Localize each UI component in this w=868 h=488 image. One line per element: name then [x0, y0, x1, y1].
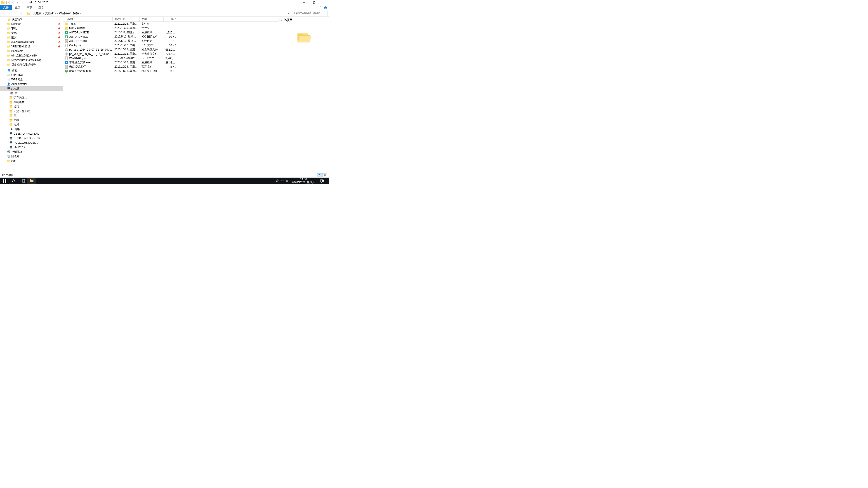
volume-icon[interactable]: 🔊: [275, 180, 279, 183]
sidebar-item[interactable]: 🗂️音乐: [0, 123, 63, 127]
folder-icon[interactable]: [26, 11, 31, 16]
ime-icon[interactable]: 中: [281, 179, 284, 183]
file-row[interactable]: 本地硬盘安装.exe2020/10/12, 星期一 1...应用程序28,315…: [63, 60, 278, 65]
file-row[interactable]: pe_yqs_1064_20_07_31_16_04.iso2020/10/12…: [63, 47, 278, 52]
system-tray: ˄ 🔊 中 ✉ 14:40 2020/12/26, 星期六 3: [272, 177, 329, 184]
sidebar-item-quick-access[interactable]: ⭐ 快速访问: [0, 17, 63, 22]
sidebar-item[interactable]: 📁下载📌: [0, 26, 63, 31]
file-row[interactable]: e硬盘安装教程.html2016/11/21, 星期一 2...360 se H…: [63, 69, 278, 73]
delete-icon[interactable]: [11, 0, 15, 4]
sidebar-item[interactable]: 🖥️DESKTOP-LSSOEDP: [0, 136, 63, 140]
file-row[interactable]: Tools2020/12/26, 星期六 1...文件夹: [63, 22, 278, 26]
file-row[interactable]: AUTORUN.EXE2016/1/8, 星期五 04:...应用程序1,926…: [63, 30, 278, 35]
file-rows[interactable]: Tools2020/12/26, 星期六 1...文件夹U盘安装教程2020/1…: [63, 22, 278, 173]
sidebar-item-control-panel[interactable]: 🛠️控制面板: [0, 150, 63, 154]
up-button[interactable]: ↑: [19, 11, 24, 16]
start-button[interactable]: [0, 177, 9, 184]
crumb-drive[interactable]: 文档 (E:): [44, 11, 57, 16]
sidebar-item[interactable]: 📁win10重装64位win10: [0, 53, 63, 58]
svg-rect-45: [30, 180, 31, 180]
minimize-button[interactable]: [299, 0, 309, 5]
sidebar-item-software[interactable]: 📁软件: [0, 159, 63, 163]
file-row[interactable]: pe_yqs_xp_20_07_31_15_53.iso2020/10/12, …: [63, 52, 278, 56]
qat-dropdown-icon[interactable]: ▼: [21, 0, 25, 4]
help-icon[interactable]: ?: [323, 5, 328, 10]
file-row[interactable]: 光盘说明.TXT2016/10/23, 星期日 0...TXT 文件5 KB: [63, 65, 278, 69]
breadcrumb[interactable]: › 此电脑 › 文档 (E:) › Win10x64_2020 › ˅: [25, 11, 285, 16]
chevron-right-icon[interactable]: ›: [42, 12, 44, 15]
refresh-button[interactable]: ⟳: [285, 11, 290, 16]
file-name: U盘安装教程: [63, 26, 113, 30]
tab-home[interactable]: 主页: [12, 5, 24, 10]
chevron-right-icon[interactable]: ›: [31, 12, 33, 15]
sidebar-item[interactable]: 🖥️ZMT2019: [0, 145, 63, 150]
library-icon: 📚: [10, 91, 13, 95]
crumb-folder[interactable]: Win10x64_2020: [58, 11, 80, 16]
sidebar-item-this-pc[interactable]: 🖥️此电脑: [0, 86, 63, 91]
close-button[interactable]: [319, 0, 329, 5]
sidebar-item[interactable]: 📁Desktop📌: [0, 22, 63, 26]
sidebar-item-network[interactable]: 🖧网络: [0, 127, 63, 131]
search-input[interactable]: 搜索"Win10x64_2020": [291, 11, 328, 16]
column-type[interactable]: 类型: [140, 17, 164, 22]
ribbon-expand-icon[interactable]: ˅: [317, 5, 323, 10]
file-row[interactable]: Win10x64.gho2019/9/7, 星期六 19:...GHO 文件3,…: [63, 56, 278, 60]
back-button[interactable]: ←: [1, 11, 6, 16]
maximize-button[interactable]: [309, 0, 319, 5]
properties-icon[interactable]: [6, 0, 10, 4]
sidebar-item-desktop-root[interactable]: 桌面: [0, 68, 63, 73]
column-date[interactable]: 修改日期: [113, 17, 140, 22]
icons-view-button[interactable]: ▦: [322, 173, 327, 177]
sidebar-item-recycle-bin[interactable]: 🗑️回收站: [0, 154, 63, 159]
sidebar-item[interactable]: 🖥️PC-20190530OBLA: [0, 140, 63, 145]
file-name: AUTORUN.EXE: [63, 31, 113, 34]
sidebar-item[interactable]: 🗂️天翼云盘下载: [0, 109, 63, 113]
column-name[interactable]: 名称: [63, 17, 113, 22]
sidebar-item[interactable]: 📁图片📌: [0, 35, 63, 40]
forward-button[interactable]: →: [7, 11, 12, 16]
tab-file[interactable]: 文件: [0, 5, 12, 10]
search-button[interactable]: [9, 177, 18, 184]
sidebar-item-onedrive[interactable]: ☁️OneDrive: [0, 73, 63, 77]
file-icon: [65, 48, 68, 52]
tab-view[interactable]: 查看: [35, 5, 47, 10]
chevron-right-icon[interactable]: ›: [80, 12, 81, 15]
recent-dropdown-icon[interactable]: ˅: [13, 11, 18, 16]
sidebar-item[interactable]: 📁拼多多怎么注销账号: [0, 62, 63, 67]
sidebar-item[interactable]: 📁YUNQISHI2019📌: [0, 44, 63, 49]
sidebar-item[interactable]: 🗂️文档: [0, 118, 63, 123]
sidebar-item[interactable]: 🗂️保存的图片: [0, 95, 63, 100]
task-view-button[interactable]: [18, 177, 27, 184]
chevron-right-icon[interactable]: ›: [57, 12, 58, 15]
undo-icon[interactable]: ▾: [16, 0, 20, 4]
address-history-icon[interactable]: ˅: [281, 12, 285, 15]
tray-overflow-icon[interactable]: ˄: [272, 180, 273, 183]
tab-share[interactable]: 共享: [24, 5, 35, 10]
details-view-button[interactable]: ☰: [317, 173, 322, 177]
file-row[interactable]: U盘安装教程2020/12/26, 星期六 1...文件夹: [63, 26, 278, 30]
navigation-pane[interactable]: ⭐ 快速访问 📁Desktop📌📁下载📌📁文档📌📁图片📌📁excel表格制作求和…: [0, 17, 63, 173]
sidebar-item[interactable]: 📁文档📌: [0, 31, 63, 35]
sidebar-item[interactable]: 📁Bandicam: [0, 49, 63, 53]
clock[interactable]: 14:40 2020/12/26, 星期六: [290, 178, 316, 184]
taskbar-app-explorer[interactable]: [27, 177, 36, 184]
sidebar-item[interactable]: 📁excel表格制作求和📌: [0, 40, 63, 44]
column-size[interactable]: 大小: [164, 17, 178, 22]
sidebar-item[interactable]: 🗂️图片: [0, 113, 63, 118]
action-center-icon[interactable]: 3: [319, 179, 325, 183]
mail-icon[interactable]: ✉: [286, 180, 288, 183]
file-name: AUTORUN.ICO: [63, 35, 113, 39]
file-row[interactable]: Config.dat2020/10/12, 星期一 1...DAT 文件36 K…: [63, 43, 278, 47]
sidebar-item[interactable]: 🗂️本机照片: [0, 100, 63, 104]
file-name: 光盘说明.TXT: [63, 65, 113, 69]
crumb-this-pc[interactable]: 此电脑: [33, 11, 42, 16]
sidebar-item-libraries[interactable]: 📚库: [0, 91, 63, 95]
sidebar-item[interactable]: 🖥️DESKTOP-HL0PLFL: [0, 131, 63, 136]
sidebar-item-wps[interactable]: ☁️WPS网盘: [0, 77, 63, 82]
file-row[interactable]: AUTORUN.INF2015/5/10, 星期日 02...安装信息1 KB: [63, 39, 278, 43]
sidebar-item[interactable]: 🗂️视频: [0, 104, 63, 109]
sidebar-item-user[interactable]: 👤Administrator: [0, 82, 63, 86]
sidebar-item[interactable]: 📁华为手机时间设置24小时: [0, 58, 63, 62]
file-name: Config.dat: [63, 43, 113, 47]
file-row[interactable]: AUTORUN.ICO2015/5/10, 星期日 02...ICO 图片文件1…: [63, 35, 278, 39]
